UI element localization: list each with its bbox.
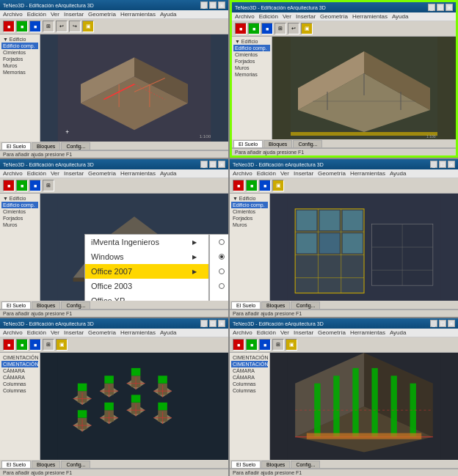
tab-4-3[interactable]: Config... [291,301,320,309]
close-btn-1[interactable]: × [218,1,225,9]
menu-herramientas-2[interactable]: Herramientas [352,13,388,20]
menu-edicion-4[interactable]: Edición [257,170,276,177]
maximize-btn-2[interactable]: □ [437,4,444,11]
tb-btn-5[interactable]: ↩ [56,21,68,32]
menu-insertar-1[interactable]: Insertar [64,11,84,18]
tree-item-1-4[interactable]: Forjados [1,56,38,62]
tab-5-2[interactable]: Bloques [32,461,60,468]
menu-archivo-1[interactable]: Archivo [3,11,23,18]
menu-archivo-5[interactable]: Archivo [3,329,23,336]
tb3-btn-2[interactable]: ■ [16,180,28,191]
tree-item-3-3[interactable]: Cimientos [1,208,38,215]
viewport-3[interactable]: iMventa Ingenieros ▶ Windows ▶ Office 20… [40,194,228,301]
tree-item-2-1[interactable]: ▼ Edificio [233,38,270,45]
tree-item-6-3[interactable]: CÁMARA [231,367,268,374]
tb5-btn-2[interactable]: ■ [16,339,28,351]
tab-3-2[interactable]: Bloques [32,301,60,309]
menu-ayuda-3[interactable]: Ayuda [160,170,177,177]
tb6-btn-2[interactable]: ■ [246,339,258,351]
tb-btn-1[interactable]: ■ [3,21,15,32]
tree-item-5-1[interactable]: CIMENTACIÓN [1,354,38,361]
tree-item-2-3[interactable]: Cimientos [233,51,270,58]
tab-6-1[interactable]: El Suelo [231,461,261,468]
menu-insertar-6[interactable]: Insertar [294,329,313,336]
tb2-btn-2[interactable]: ■ [248,23,260,34]
tb4-btn-4[interactable]: ▣ [272,180,284,191]
tab-3-1[interactable]: El Suelo [1,301,31,309]
tree-item-6-2[interactable]: CIMENTACIÓN [231,361,268,367]
menu-ver-4[interactable]: Ver [280,170,289,177]
menu-edicion-3[interactable]: Edición [27,170,46,177]
menu-edicion-2[interactable]: Edición [259,13,278,20]
tb-btn-3[interactable]: ■ [29,21,41,32]
menu-insertar-2[interactable]: Insertar [296,13,316,20]
menu-office-2007[interactable]: Office 2007 ▶ [85,264,208,279]
menu-ayuda-5[interactable]: Ayuda [160,329,177,336]
tb4-btn-3[interactable]: ■ [259,180,271,191]
menu-herramientas-4[interactable]: Herramientas [350,170,385,177]
viewport-6[interactable] [270,353,458,460]
menu-ver-6[interactable]: Ver [280,329,289,336]
tree-item-1-1[interactable]: ▼ Edificio [1,36,38,43]
tb3-btn-4[interactable]: ⊞ [43,180,54,191]
menu-geometria-3[interactable]: Geometría [88,170,116,177]
tb2-btn-1[interactable]: ■ [235,23,247,34]
tab-1-2[interactable]: Bloques [32,142,60,150]
submenu-estilo-azul[interactable]: Estilo azul [210,235,228,249]
tree-item-3-2[interactable]: Edificio comp. [1,202,38,208]
menu-herramientas-3[interactable]: Herramientas [120,170,156,177]
menu-ver-2[interactable]: Ver [283,13,291,20]
tb4-btn-1[interactable]: ■ [233,180,244,191]
close-btn-6[interactable]: × [448,320,455,327]
tb6-btn-4[interactable]: ⊞ [272,339,284,351]
viewport-1[interactable]: + 1:100 [40,34,228,142]
menu-insertar-4[interactable]: Insertar [294,170,313,177]
tree-item-2-4[interactable]: Forjados [233,58,270,65]
tb5-btn-1[interactable]: ■ [3,339,15,351]
menu-edicion-6[interactable]: Edición [257,329,276,336]
tree-item-6-4[interactable]: CÁMARA [231,374,268,381]
minimize-btn-3[interactable]: _ [200,161,208,168]
menu-archivo-2[interactable]: Archivo [235,13,255,20]
maximize-btn-6[interactable]: □ [439,320,446,327]
tb3-btn-3[interactable]: ■ [29,180,41,191]
tb5-btn-3[interactable]: ■ [29,339,41,351]
tb-btn-4[interactable]: ⊞ [43,21,54,32]
menu-archivo-6[interactable]: Archivo [233,329,252,336]
menu-ver-5[interactable]: Ver [51,329,59,336]
minimize-btn-5[interactable]: _ [200,320,208,327]
menu-edicion-5[interactable]: Edición [27,329,46,336]
menu-windows[interactable]: Windows ▶ [85,249,208,264]
tree-item-5-3[interactable]: CÁMARA [1,367,38,374]
tab-2-2[interactable]: Bloques [263,140,292,147]
close-btn-3[interactable]: × [218,161,225,168]
submenu-estilo-agua[interactable]: Estilo agua [210,279,228,293]
tree-item-4-1[interactable]: ▼ Edificio [231,195,268,202]
tree-item-4-4[interactable]: Forjados [231,215,268,221]
tree-item-3-4[interactable]: Forjados [1,215,38,221]
menu-ver-1[interactable]: Ver [51,11,59,18]
menu-geometria-1[interactable]: Geometría [88,11,116,18]
close-btn-4[interactable]: × [448,161,455,168]
maximize-btn-5[interactable]: □ [209,320,217,327]
tree-item-4-2[interactable]: Edificio comp. [231,202,268,208]
minimize-btn-6[interactable]: _ [430,320,437,327]
tree-item-5-6[interactable]: Columnas [1,387,38,394]
tb2-btn-4[interactable]: ⊞ [275,23,286,34]
tree-item-2-5[interactable]: Muros [233,65,270,71]
tab-1-3[interactable]: Config... [61,142,90,150]
menu-insertar-3[interactable]: Insertar [64,170,84,177]
menu-ayuda-1[interactable]: Ayuda [160,11,177,18]
tb-btn-7[interactable]: ▣ [82,21,94,32]
minimize-btn-2[interactable]: _ [428,4,435,11]
tree-item-5-5[interactable]: Columnas [1,381,38,387]
viewport-2[interactable]: 1:100 [272,37,456,139]
menu-herramientas-5[interactable]: Herramientas [120,329,156,336]
menu-archivo-4[interactable]: Archivo [233,170,252,177]
tab-4-2[interactable]: Bloques [261,301,290,309]
maximize-btn-1[interactable]: □ [209,1,217,9]
tb6-btn-5[interactable]: ▣ [286,339,297,351]
tb6-btn-3[interactable]: ■ [259,339,271,351]
menu-ayuda-2[interactable]: Ayuda [392,13,409,20]
menu-edicion-1[interactable]: Edición [27,11,46,18]
